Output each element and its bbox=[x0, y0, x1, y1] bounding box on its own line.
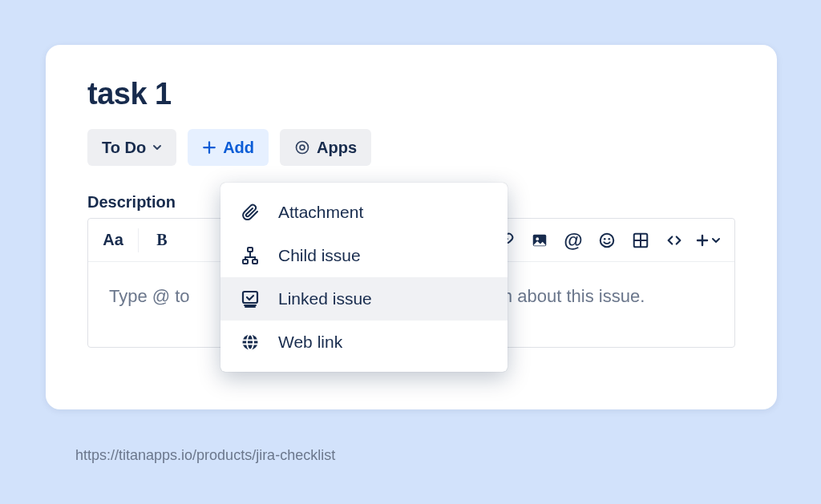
status-dropdown[interactable]: To Do bbox=[87, 129, 176, 166]
add-menu-item-linked-issue[interactable]: Linked issue bbox=[220, 277, 508, 321]
placeholder-text-right: m about this issue. bbox=[498, 286, 645, 306]
add-menu-item-web-link[interactable]: Web link bbox=[220, 321, 508, 364]
chevron-down-icon bbox=[152, 143, 162, 152]
add-label: Add bbox=[223, 139, 254, 157]
emoji-button[interactable] bbox=[592, 225, 622, 256]
svg-point-6 bbox=[608, 237, 610, 240]
plus-icon bbox=[202, 140, 216, 155]
bold-button[interactable]: B bbox=[147, 225, 177, 256]
svg-rect-10 bbox=[253, 260, 257, 264]
attachment-icon bbox=[240, 202, 261, 223]
add-menu-item-attachment[interactable]: Attachment bbox=[220, 191, 508, 234]
linked-issue-icon bbox=[240, 288, 261, 309]
svg-point-4 bbox=[601, 233, 614, 247]
text-styles-button[interactable]: Aa bbox=[99, 225, 130, 256]
svg-point-3 bbox=[536, 237, 539, 240]
text-styles-label: Aa bbox=[103, 231, 123, 249]
globe-icon bbox=[240, 332, 261, 353]
action-row: To Do Add Apps bbox=[87, 129, 735, 166]
svg-point-5 bbox=[604, 237, 606, 240]
apps-button[interactable]: Apps bbox=[280, 129, 371, 166]
svg-point-0 bbox=[297, 142, 309, 154]
svg-point-12 bbox=[243, 335, 258, 350]
svg-rect-8 bbox=[248, 248, 253, 252]
add-menu: Attachment Child issue Linked issue Web … bbox=[220, 183, 508, 372]
image-button[interactable] bbox=[524, 225, 555, 256]
toolbar-divider bbox=[138, 228, 139, 252]
gear-icon bbox=[294, 139, 310, 155]
child-issue-icon bbox=[240, 245, 261, 266]
add-button[interactable]: Add bbox=[188, 129, 269, 166]
svg-rect-9 bbox=[243, 260, 248, 264]
svg-point-1 bbox=[300, 145, 305, 150]
svg-rect-11 bbox=[243, 292, 257, 303]
add-menu-item-label: Linked issue bbox=[278, 289, 372, 308]
status-label: To Do bbox=[102, 139, 146, 157]
add-menu-item-label: Child issue bbox=[278, 246, 361, 265]
code-button[interactable] bbox=[659, 225, 690, 256]
add-menu-item-label: Attachment bbox=[278, 203, 363, 222]
table-button[interactable] bbox=[625, 225, 656, 256]
placeholder-text-left: Type @ to bbox=[109, 286, 190, 306]
insert-more-button[interactable] bbox=[693, 225, 723, 256]
apps-label: Apps bbox=[317, 139, 357, 157]
issue-title: task 1 bbox=[87, 77, 735, 111]
add-menu-item-child-issue[interactable]: Child issue bbox=[220, 234, 508, 277]
add-menu-item-label: Web link bbox=[278, 333, 342, 352]
mention-button[interactable]: @ bbox=[558, 225, 588, 256]
source-url: https://titanapps.io/products/jira-check… bbox=[75, 447, 335, 464]
